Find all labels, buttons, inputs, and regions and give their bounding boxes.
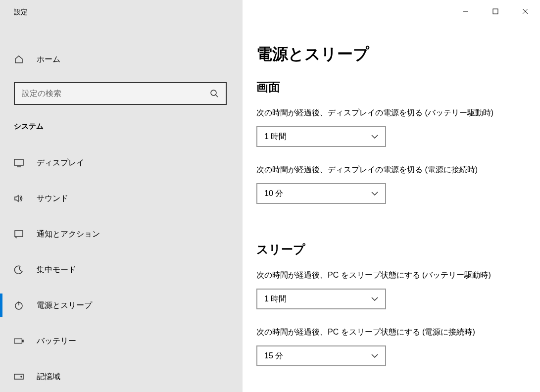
- svg-rect-4: [15, 231, 23, 237]
- search-input[interactable]: [22, 89, 210, 98]
- power-icon: [14, 301, 24, 310]
- sidebar-item-label: 記憶域: [37, 372, 60, 382]
- setting-label: 次の時間が経過後、ディスプレイの電源を切る (電源に接続時): [256, 165, 540, 175]
- category-label: システム: [0, 122, 243, 131]
- setting-label: 次の時間が経過後、PC をスリープ状態にする (バッテリー駆動時): [256, 270, 540, 281]
- chevron-down-icon: [371, 354, 378, 358]
- section-screen-title: 画面: [256, 79, 540, 95]
- section-sleep-title: スリープ: [256, 242, 540, 257]
- search-icon: [210, 89, 219, 98]
- sidebar-item-label: サウンド: [37, 194, 68, 204]
- dropdown-sleep-plugged[interactable]: 15 分: [256, 345, 386, 366]
- sidebar-item-power-sleep[interactable]: 電源とスリープ: [0, 288, 243, 323]
- home-nav[interactable]: ホーム: [0, 45, 243, 74]
- chevron-down-icon: [371, 192, 378, 196]
- main-content: 電源とスリープ 画面 次の時間が経過後、ディスプレイの電源を切る (バッテリー駆…: [243, 0, 540, 392]
- notification-icon: [14, 230, 24, 239]
- sidebar-item-label: バッテリー: [37, 336, 76, 346]
- window-controls: [451, 0, 540, 23]
- dropdown-value: 1 時間: [264, 132, 287, 142]
- minimize-button[interactable]: [451, 0, 481, 23]
- svg-point-10: [21, 376, 22, 377]
- setting-screen-battery: 次の時間が経過後、ディスプレイの電源を切る (バッテリー駆動時) 1 時間: [256, 108, 540, 147]
- chevron-down-icon: [371, 297, 378, 301]
- close-button[interactable]: [510, 0, 540, 23]
- dropdown-value: 10 分: [264, 189, 283, 199]
- search-container: [0, 82, 243, 105]
- home-label: ホーム: [37, 54, 60, 65]
- sidebar: 設定 ホーム システム ディスプレイ: [0, 0, 243, 392]
- page-title: 電源とスリープ: [256, 44, 540, 65]
- sidebar-item-storage[interactable]: 記憶域: [0, 359, 243, 392]
- svg-rect-8: [22, 340, 23, 342]
- dropdown-value: 15 分: [264, 351, 283, 361]
- chevron-down-icon: [371, 135, 378, 139]
- dropdown-screen-battery[interactable]: 1 時間: [256, 126, 386, 147]
- setting-sleep-plugged: 次の時間が経過後、PC をスリープ状態にする (電源に接続時) 15 分: [256, 327, 540, 366]
- sidebar-item-label: 電源とスリープ: [37, 300, 92, 311]
- monitor-icon: [14, 158, 24, 167]
- storage-icon: [14, 373, 24, 380]
- svg-rect-12: [493, 9, 498, 14]
- svg-rect-7: [14, 339, 22, 343]
- sidebar-item-label: 通知とアクション: [37, 229, 100, 240]
- sound-icon: [14, 194, 24, 203]
- nav-list: ディスプレイ サウンド 通知とアクション: [0, 145, 243, 392]
- setting-label: 次の時間が経過後、PC をスリープ状態にする (電源に接続時): [256, 327, 540, 338]
- sidebar-item-battery[interactable]: バッテリー: [0, 323, 243, 359]
- maximize-button[interactable]: [481, 0, 510, 23]
- setting-label: 次の時間が経過後、ディスプレイの電源を切る (バッテリー駆動時): [256, 108, 540, 118]
- search-box[interactable]: [14, 82, 227, 105]
- svg-line-1: [216, 95, 218, 97]
- dropdown-screen-plugged[interactable]: 10 分: [256, 183, 386, 204]
- battery-icon: [14, 338, 24, 344]
- svg-point-0: [211, 90, 216, 96]
- setting-sleep-battery: 次の時間が経過後、PC をスリープ状態にする (バッテリー駆動時) 1 時間: [256, 270, 540, 309]
- svg-rect-2: [14, 159, 23, 165]
- window-title: 設定: [0, 0, 243, 25]
- moon-icon: [14, 265, 24, 274]
- sidebar-item-label: 集中モード: [37, 265, 76, 275]
- sidebar-item-sound[interactable]: サウンド: [0, 181, 243, 216]
- sidebar-item-label: ディスプレイ: [37, 158, 84, 168]
- setting-screen-plugged: 次の時間が経過後、ディスプレイの電源を切る (電源に接続時) 10 分: [256, 165, 540, 204]
- home-icon: [14, 54, 24, 64]
- sidebar-item-display[interactable]: ディスプレイ: [0, 145, 243, 181]
- sidebar-item-notifications[interactable]: 通知とアクション: [0, 216, 243, 252]
- sidebar-item-focus[interactable]: 集中モード: [0, 252, 243, 288]
- dropdown-value: 1 時間: [264, 294, 287, 304]
- dropdown-sleep-battery[interactable]: 1 時間: [256, 289, 386, 309]
